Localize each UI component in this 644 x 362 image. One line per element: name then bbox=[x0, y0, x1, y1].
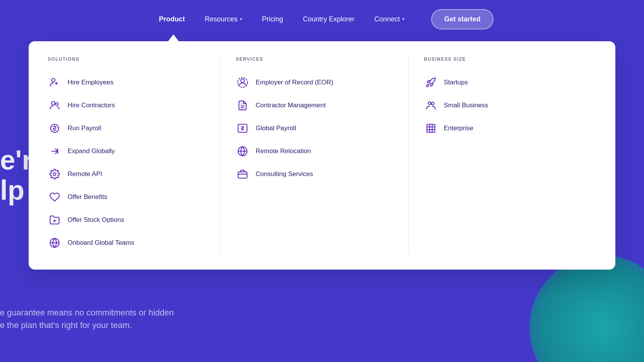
nav-item-pricing[interactable]: Pricing bbox=[254, 11, 291, 27]
business-size-column: BUSINESS SIZE Startups Small Business En… bbox=[408, 57, 596, 254]
globe-icon bbox=[48, 236, 61, 250]
connect-chevron-icon: ▾ bbox=[402, 16, 405, 22]
hire-employees-label: Hire Employees bbox=[68, 79, 113, 86]
people-icon bbox=[424, 99, 438, 112]
business-size-header: BUSINESS SIZE bbox=[424, 57, 589, 62]
remote-relocation-label: Remote Relocation bbox=[256, 147, 311, 155]
svg-point-0 bbox=[52, 79, 55, 82]
menu-item-contractor-mgmt[interactable]: Contractor Management bbox=[236, 94, 400, 117]
users-icon bbox=[48, 99, 61, 112]
menu-item-eor[interactable]: Employer of Record (EOR) bbox=[236, 71, 400, 94]
menu-item-hire-employees[interactable]: Hire Employees bbox=[48, 71, 212, 94]
menu-item-remote-api[interactable]: Remote API bbox=[48, 163, 212, 186]
bg-circle-teal bbox=[529, 255, 644, 362]
small-business-label: Small Business bbox=[444, 102, 488, 109]
global-payroll-label: Global Payroll bbox=[256, 124, 296, 132]
rocket-icon bbox=[424, 76, 438, 89]
arrow-right-bar-icon bbox=[48, 144, 61, 158]
svg-rect-18 bbox=[238, 172, 247, 178]
svg-rect-22 bbox=[427, 124, 435, 133]
menu-item-onboard-global[interactable]: Onboard Global Teams bbox=[48, 231, 212, 254]
svg-point-1 bbox=[52, 102, 55, 105]
svg-point-5 bbox=[53, 173, 56, 176]
offer-benefits-label: Offer Benefits bbox=[68, 193, 107, 201]
services-column: SERVICES Employer of Record (EOR) Contra… bbox=[220, 57, 408, 254]
menu-item-hire-contractors[interactable]: Hire Contractors bbox=[48, 94, 212, 117]
solutions-header: SOLUTIONS bbox=[48, 57, 212, 62]
user-plus-icon bbox=[48, 76, 61, 89]
run-payroll-label: Run Payroll bbox=[68, 124, 101, 132]
person-circle-icon bbox=[236, 76, 249, 89]
services-header: SERVICES bbox=[236, 57, 400, 62]
menu-item-offer-benefits[interactable]: Offer Benefits bbox=[48, 186, 212, 208]
menu-item-global-payroll[interactable]: Global Payroll bbox=[236, 117, 400, 140]
startups-label: Startups bbox=[444, 79, 468, 86]
menu-item-small-business[interactable]: Small Business bbox=[424, 94, 589, 117]
enterprise-label: Enterprise bbox=[444, 124, 473, 132]
menu-item-run-payroll[interactable]: Run Payroll bbox=[48, 117, 212, 140]
menu-item-enterprise[interactable]: Enterprise bbox=[424, 117, 589, 140]
hire-contractors-label: Hire Contractors bbox=[68, 102, 115, 109]
onboard-global-label: Onboard Global Teams bbox=[68, 239, 134, 247]
dollar-icon bbox=[48, 121, 61, 135]
folder-plus-icon bbox=[48, 213, 61, 227]
building-icon bbox=[424, 121, 438, 135]
get-started-button[interactable]: Get started bbox=[431, 9, 494, 29]
menu-item-startups[interactable]: Startups bbox=[424, 71, 589, 94]
nav-item-resources[interactable]: Resources ▾ bbox=[196, 11, 251, 27]
briefcase-icon bbox=[236, 167, 249, 181]
nav-item-product[interactable]: Product bbox=[150, 11, 193, 27]
svg-point-10 bbox=[241, 79, 244, 82]
menu-item-consulting[interactable]: Consulting Services bbox=[236, 163, 400, 186]
nav-items: Product Resources ▾ Pricing Country Expl… bbox=[150, 9, 494, 29]
hero-text: e'r lp bbox=[0, 145, 32, 205]
globe-circle-icon bbox=[236, 144, 249, 158]
eor-label: Employer of Record (EOR) bbox=[256, 79, 333, 86]
gear-icon bbox=[48, 167, 61, 181]
resources-chevron-icon: ▾ bbox=[240, 16, 242, 22]
contractor-mgmt-label: Contractor Management bbox=[256, 102, 325, 109]
navbar: Product Resources ▾ Pricing Country Expl… bbox=[0, 0, 644, 38]
document-icon bbox=[236, 99, 249, 112]
svg-point-21 bbox=[431, 102, 434, 105]
solutions-column: SOLUTIONS Hire Employees Hire Contractor… bbox=[48, 57, 220, 254]
svg-point-20 bbox=[428, 102, 431, 105]
heart-icon bbox=[48, 190, 61, 204]
dropdown-arrow bbox=[168, 34, 179, 41]
hero-subtext: e guarantee means no commitments or hidd… bbox=[0, 306, 174, 331]
dropdown-panel: SOLUTIONS Hire Employees Hire Contractor… bbox=[29, 41, 615, 270]
expand-globally-label: Expand Globally bbox=[68, 147, 115, 155]
remote-api-label: Remote API bbox=[68, 170, 102, 178]
menu-item-expand-globally[interactable]: Expand Globally bbox=[48, 140, 212, 163]
svg-point-2 bbox=[55, 103, 58, 105]
offer-stock-label: Offer Stock Options bbox=[68, 216, 124, 224]
dollar-square-icon bbox=[236, 121, 249, 135]
menu-item-offer-stock[interactable]: Offer Stock Options bbox=[48, 208, 212, 231]
nav-item-connect[interactable]: Connect ▾ bbox=[366, 11, 413, 27]
consulting-label: Consulting Services bbox=[256, 170, 313, 178]
menu-item-remote-relocation[interactable]: Remote Relocation bbox=[236, 140, 400, 163]
nav-item-country-explorer[interactable]: Country Explorer bbox=[294, 11, 363, 27]
